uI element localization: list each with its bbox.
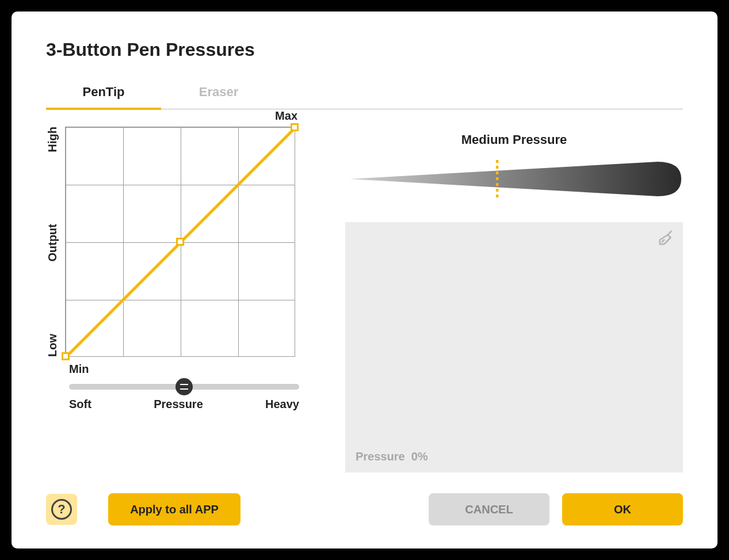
pen-pressure-dialog: 3-Button Pen Pressures PenTip Eraser Hig…: [12, 12, 717, 548]
pressure-curve-grid[interactable]: [65, 127, 295, 357]
max-label: Max: [275, 109, 297, 123]
curve-handle-max[interactable]: [291, 123, 299, 131]
slider-label-pressure: Pressure: [154, 398, 203, 411]
pressure-status: Pressure 0%: [356, 450, 428, 463]
pressure-preview-wedge: [345, 159, 683, 199]
pressure-test-area[interactable]: Pressure 0%: [345, 222, 683, 473]
curve-handle-min[interactable]: [62, 352, 70, 360]
tab-pentip[interactable]: PenTip: [46, 77, 161, 110]
y-axis-label-output: Output: [46, 224, 59, 262]
pressure-slider-thumb[interactable]: [175, 378, 193, 395]
broom-icon[interactable]: [658, 229, 675, 249]
pressure-status-value: 0%: [411, 450, 428, 463]
help-button[interactable]: ?: [46, 494, 77, 525]
page-title: 3-Button Pen Pressures: [46, 39, 683, 60]
apply-to-all-button[interactable]: Apply to all APP: [108, 493, 241, 525]
min-label: Min: [69, 363, 299, 376]
question-icon: ?: [51, 499, 72, 520]
pressure-slider[interactable]: [69, 384, 299, 390]
y-axis-label-low: Low: [46, 334, 59, 357]
ok-button[interactable]: OK: [562, 493, 683, 525]
tab-eraser[interactable]: Eraser: [161, 77, 276, 110]
slider-label-soft: Soft: [69, 398, 91, 411]
y-axis-label-high: High: [46, 127, 59, 152]
pressure-preview-title: Medium Pressure: [345, 132, 683, 147]
tab-bar: PenTip Eraser: [46, 77, 683, 109]
curve-handle-mid[interactable]: [176, 238, 184, 246]
slider-label-heavy: Heavy: [265, 398, 299, 411]
pressure-status-label: Pressure: [356, 450, 405, 463]
cancel-button[interactable]: CANCEL: [429, 493, 549, 525]
